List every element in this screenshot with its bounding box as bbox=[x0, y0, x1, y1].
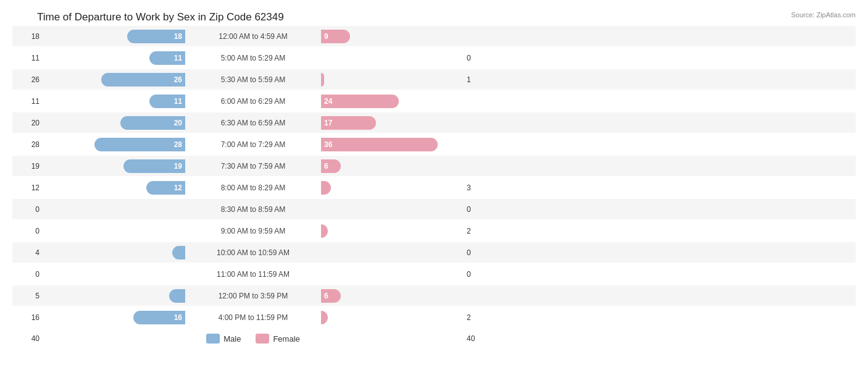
time-range-label: 11:00 AM to 11:59 AM bbox=[185, 270, 321, 279]
chart-area: 181812:00 AM to 4:59 AM911115:00 AM to 5… bbox=[12, 26, 856, 326]
female-bar-wrap: 24 bbox=[321, 95, 463, 108]
male-value: 0 bbox=[12, 270, 43, 279]
male-bar-wrap: 11 bbox=[43, 51, 185, 65]
female-bar-label-inside: 6 bbox=[321, 162, 332, 171]
table-row: 011:00 AM to 11:59 AM0 bbox=[12, 264, 856, 284]
female-bar-label-inside: 6 bbox=[321, 292, 332, 300]
female-bar: 24 bbox=[321, 95, 399, 108]
legend-female-swatch bbox=[256, 334, 269, 344]
female-bar bbox=[321, 311, 328, 324]
time-range-label: 6:00 AM to 6:29 AM bbox=[185, 97, 321, 106]
time-range-label: 9:00 AM to 9:59 AM bbox=[185, 227, 321, 235]
female-bar bbox=[321, 181, 331, 195]
male-bar: 11 bbox=[149, 51, 185, 65]
male-value: 28 bbox=[12, 140, 43, 149]
table-row: 28287:00 AM to 7:29 AM36 bbox=[12, 134, 856, 154]
source-label: Source: ZipAtlas.com bbox=[791, 11, 856, 19]
female-bar-label-inside: 9 bbox=[321, 32, 332, 41]
female-bar: 36 bbox=[321, 138, 438, 151]
female-value: 2 bbox=[463, 313, 494, 322]
male-value: 16 bbox=[12, 313, 43, 322]
female-bar: 17 bbox=[321, 116, 376, 130]
chart-title: Time of Departure to Work by Sex in Zip … bbox=[12, 11, 856, 23]
female-bar-wrap: 6 bbox=[321, 289, 463, 303]
female-bar-wrap bbox=[321, 246, 463, 259]
time-range-label: 8:30 AM to 8:59 AM bbox=[185, 205, 321, 214]
male-bar: 18 bbox=[127, 30, 186, 43]
chart-container: Time of Departure to Work by Sex in Zip … bbox=[0, 0, 868, 367]
male-bar-label-inside: 28 bbox=[171, 140, 185, 149]
male-bar-wrap: 20 bbox=[43, 116, 185, 130]
table-row: 16164:00 PM to 11:59 PM2 bbox=[12, 307, 856, 327]
female-value: 3 bbox=[463, 184, 494, 192]
male-value: 26 bbox=[12, 75, 43, 84]
table-row: 19197:30 AM to 7:59 AM6 bbox=[12, 156, 856, 176]
male-value: 0 bbox=[12, 205, 43, 214]
female-bar-wrap bbox=[321, 203, 463, 216]
male-bar-wrap: 26 bbox=[43, 73, 185, 86]
female-bar-wrap bbox=[321, 73, 463, 86]
female-bar-wrap bbox=[321, 224, 463, 238]
male-bar-label-inside: 20 bbox=[171, 119, 185, 127]
female-bar-wrap: 9 bbox=[321, 30, 463, 43]
male-bar: 26 bbox=[101, 73, 186, 86]
time-range-label: 4:00 PM to 11:59 PM bbox=[185, 313, 321, 322]
female-bar: 9 bbox=[321, 30, 350, 43]
male-bar-wrap: 18 bbox=[43, 30, 185, 43]
female-bar-wrap bbox=[321, 51, 463, 65]
male-bar-wrap: 16 bbox=[43, 311, 185, 324]
legend: MaleFemale bbox=[188, 334, 319, 344]
time-range-label: 12:00 AM to 4:59 AM bbox=[185, 32, 321, 41]
female-value: 0 bbox=[463, 205, 494, 214]
male-value: 0 bbox=[12, 227, 43, 235]
time-range-label: 12:00 PM to 3:59 PM bbox=[185, 292, 321, 300]
legend-male: Male bbox=[206, 334, 241, 344]
legend-female-label: Female bbox=[273, 334, 299, 344]
time-range-label: 10:00 AM to 10:59 AM bbox=[185, 248, 321, 257]
male-bar: 19 bbox=[123, 159, 185, 173]
table-row: 26265:30 AM to 5:59 AM1 bbox=[12, 69, 856, 90]
male-bar-wrap bbox=[43, 224, 185, 238]
time-range-label: 7:00 AM to 7:29 AM bbox=[185, 140, 321, 149]
table-row: 08:30 AM to 8:59 AM0 bbox=[12, 199, 856, 219]
table-row: 11116:00 AM to 6:29 AM24 bbox=[12, 91, 856, 111]
axis-row: 40MaleFemale40 bbox=[12, 330, 856, 347]
female-value: 2 bbox=[463, 227, 494, 235]
male-bar bbox=[169, 289, 185, 303]
female-bar-wrap bbox=[321, 311, 463, 324]
male-bar-label-inside: 11 bbox=[171, 54, 185, 62]
time-range-label: 5:00 AM to 5:29 AM bbox=[185, 54, 321, 62]
table-row: 11115:00 AM to 5:29 AM0 bbox=[12, 48, 856, 68]
table-row: 410:00 AM to 10:59 AM0 bbox=[12, 242, 856, 263]
male-bar: 16 bbox=[133, 311, 185, 324]
male-value: 19 bbox=[12, 162, 43, 171]
female-bar-label-inside: 17 bbox=[321, 119, 335, 127]
table-row: 12128:00 AM to 8:29 AM3 bbox=[12, 177, 856, 198]
female-bar-wrap bbox=[321, 268, 463, 281]
time-range-label: 7:30 AM to 7:59 AM bbox=[185, 162, 321, 171]
male-bar-wrap: 19 bbox=[43, 159, 185, 173]
male-bar-label-inside: 18 bbox=[171, 32, 185, 41]
female-bar bbox=[321, 224, 328, 238]
female-value: 1 bbox=[463, 75, 494, 84]
table-row: 20206:30 AM to 6:59 AM17 bbox=[12, 112, 856, 133]
male-bar-wrap: 28 bbox=[43, 138, 185, 151]
female-value: 0 bbox=[463, 270, 494, 279]
female-bar-wrap bbox=[321, 181, 463, 195]
male-value: 18 bbox=[12, 32, 43, 41]
male-bar-wrap: 12 bbox=[43, 181, 185, 195]
male-value: 12 bbox=[12, 184, 43, 192]
male-bar-wrap bbox=[43, 268, 185, 281]
female-value: 0 bbox=[463, 248, 494, 257]
male-bar-wrap bbox=[43, 289, 185, 303]
female-bar-wrap: 6 bbox=[321, 159, 463, 173]
male-bar: 20 bbox=[120, 116, 185, 130]
female-bar: 6 bbox=[321, 159, 341, 173]
male-bar: 28 bbox=[94, 138, 185, 151]
female-bar bbox=[321, 73, 324, 86]
table-row: 09:00 AM to 9:59 AM2 bbox=[12, 221, 856, 241]
male-value: 11 bbox=[12, 97, 43, 106]
time-range-label: 5:30 AM to 5:59 AM bbox=[185, 75, 321, 84]
male-bar-wrap: 11 bbox=[43, 95, 185, 108]
female-bar: 6 bbox=[321, 289, 341, 303]
